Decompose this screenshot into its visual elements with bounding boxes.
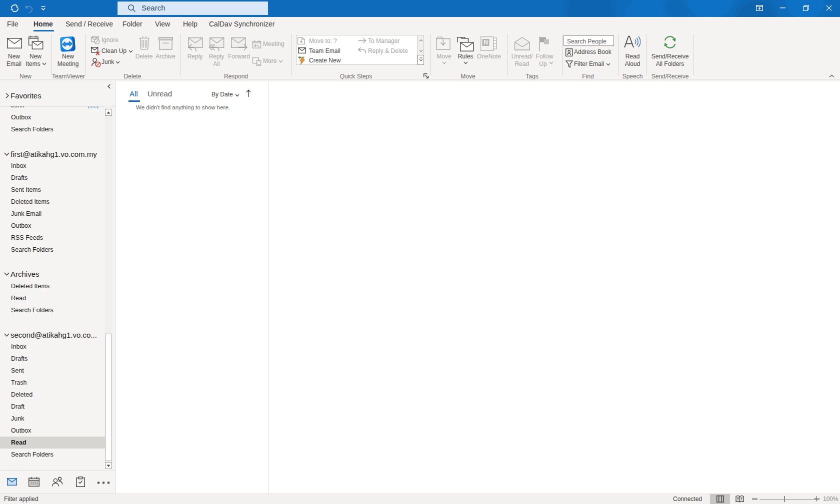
svg-text:N: N [484,39,488,46]
